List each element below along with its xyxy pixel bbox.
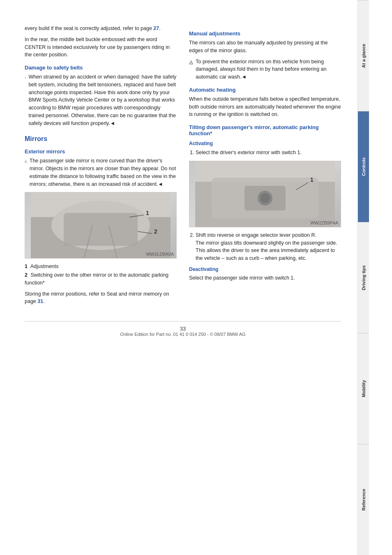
damage-warning-text: When strained by an accident or when dam… <box>28 73 177 127</box>
tab-mobility[interactable]: Mobility <box>358 333 369 444</box>
mirrors-title: Mirrors <box>25 135 177 143</box>
two-col-layout: every build if the seat is correctly adj… <box>25 25 341 309</box>
image2-caption: WW2ZB9P4A <box>310 220 338 225</box>
tab-driving-tips-label: Driving tips <box>361 265 366 290</box>
tab-controls[interactable]: Controls <box>358 111 369 222</box>
activating-steps-2: Shift into reverse or engage selector le… <box>196 231 341 262</box>
damage-title: Damage to safety belts <box>25 65 177 71</box>
page-footer: 33 Online Edition for Part no. 01 41 0 0… <box>25 321 341 337</box>
page-number: 33 <box>180 326 186 332</box>
svg-text:1: 1 <box>146 210 149 216</box>
list-item-1: 1 Adjustments <box>25 263 177 271</box>
item1-num: 1 <box>25 264 28 269</box>
image-placeholder-1: 1 2 WW2LD8A9A <box>25 192 176 258</box>
svg-text:!: ! <box>191 61 191 64</box>
item-list-1: 1 Adjustments 2 Switching over to the ot… <box>25 263 177 287</box>
item1-text: Adjustments <box>30 264 59 269</box>
manual-warning-block: ! To prevent the exterior mirrors on thi… <box>189 58 341 81</box>
main-content: every build if the seat is correctly adj… <box>0 0 357 555</box>
right-tabs: At a glance Controls Driving tips Mobili… <box>357 0 369 555</box>
mirror-svg-2: 1 <box>189 161 341 227</box>
tab-controls-label: Controls <box>361 157 366 176</box>
tab-mobility-label: Mobility <box>361 380 366 398</box>
auto-heating-para: When the outside temperature falls below… <box>189 95 341 118</box>
svg-text:!: ! <box>25 161 26 163</box>
exterior-title: Exterior mirrors <box>25 148 177 155</box>
item2-text: Switching over to the other mirror or to… <box>25 272 168 286</box>
image1-caption: WW2LD8A9A <box>146 252 174 257</box>
exterior-warning-text: The passenger side mirror is more curved… <box>30 157 177 188</box>
deactivating-text: Select the passenger side mirror with sw… <box>189 274 341 282</box>
intro-para2: In the rear, the middle belt buckle embo… <box>25 36 177 59</box>
page-link-27[interactable]: 27 <box>153 25 159 31</box>
manual-title: Manual adjustments <box>189 30 341 37</box>
svg-text:2: 2 <box>154 228 157 235</box>
tab-reference-label: Reference <box>361 489 366 511</box>
tab-at-a-glance-label: At a glance <box>361 44 366 68</box>
mirror-svg-1: 1 2 <box>25 192 176 258</box>
activating-step-1: Select the driver's exterior mirror with… <box>196 149 341 157</box>
storing-text: Storing the mirror positions, refer to S… <box>25 290 177 306</box>
item2-num: 2 <box>25 272 28 278</box>
warning-icon-manual: ! <box>189 58 193 67</box>
right-column: Manual adjustments The mirrors can also … <box>189 25 341 309</box>
tab-reference[interactable]: Reference <box>358 444 369 555</box>
svg-point-21 <box>260 193 270 203</box>
intro-para1: every build if the seat is correctly adj… <box>25 25 177 32</box>
mirror-image-1: 1 2 WW2LD8A9A <box>25 192 177 259</box>
tilting-title: Tilting down passenger's mirror, automat… <box>189 124 341 136</box>
activating-steps: Select the driver's exterior mirror with… <box>196 149 341 157</box>
page-container: every build if the seat is correctly adj… <box>0 0 392 555</box>
auto-heating-title: Automatic heating <box>189 87 341 93</box>
footer-text: Online Edition for Part no. 01 41 0 014 … <box>120 332 245 337</box>
warning-icon-exterior: ! <box>25 157 27 166</box>
left-column: every build if the seat is correctly adj… <box>25 25 177 309</box>
svg-text:1: 1 <box>310 176 314 183</box>
exterior-warning-block: ! The passenger side mirror is more curv… <box>25 157 177 188</box>
image-placeholder-2: 1 WW2ZB9P4A <box>189 161 341 227</box>
deactivating-title: Deactivating <box>189 266 341 272</box>
manual-para: The mirrors can also be manually adjuste… <box>189 39 341 55</box>
svg-rect-7 <box>64 213 138 246</box>
damage-warning-block: ! When strained by an accident or when d… <box>25 73 177 127</box>
mirror-image-2: 1 WW2ZB9P4A <box>189 161 341 227</box>
warning-icon-damage: ! <box>25 73 26 82</box>
manual-warning-text: To prevent the exterior mirrors on this … <box>196 58 341 81</box>
page-link-31[interactable]: 31 <box>37 298 43 304</box>
list-item-2: 2 Switching over to the other mirror or … <box>25 271 177 287</box>
tab-driving-tips[interactable]: Driving tips <box>358 222 369 333</box>
tab-at-a-glance[interactable]: At a glance <box>358 0 369 111</box>
activating-title: Activating <box>189 141 341 146</box>
activating-step-2: Shift into reverse or engage selector le… <box>196 231 341 262</box>
